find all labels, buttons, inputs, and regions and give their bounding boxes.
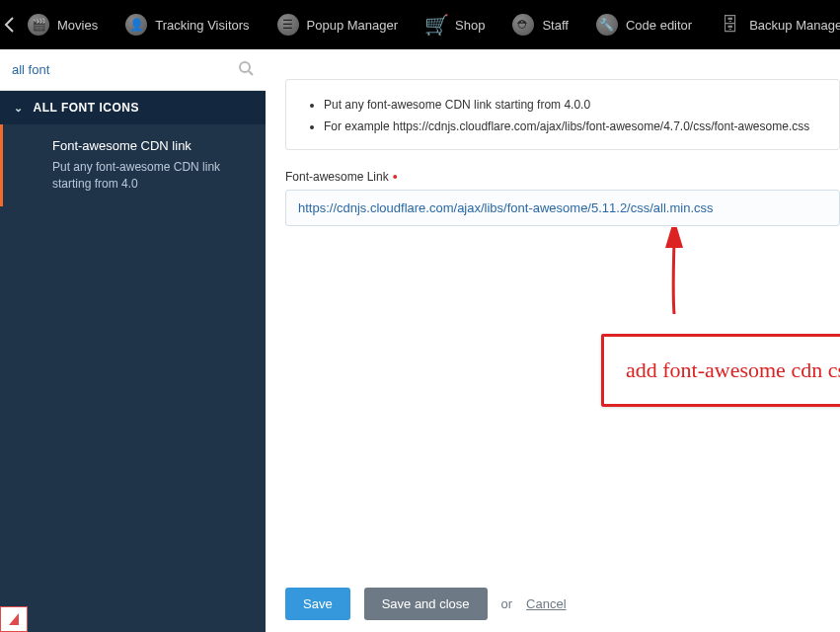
sidebar-footer-icon[interactable] (0, 606, 28, 632)
topbar-label: Popup Manager (307, 18, 399, 33)
sidebar: ⌄ ALL FONT ICONS Font-awesome CDN link P… (0, 49, 266, 632)
database-icon: 🗄 (720, 14, 741, 36)
required-indicator: • (393, 170, 398, 184)
info-box: Put any font-awesome CDN link starting f… (285, 79, 840, 150)
cancel-link[interactable]: Cancel (526, 596, 566, 611)
info-line: For example https://cdnjs.cloudflare.com… (324, 116, 819, 137)
field-label: Font-awesome Link • (285, 170, 840, 184)
topbar: 🎬 Movies 👤 Tracking Visitors ☰ Popup Man… (0, 0, 840, 49)
info-line: Put any font-awesome CDN link starting f… (324, 94, 819, 116)
or-text: or (501, 596, 513, 611)
topbar-item-popup-manager[interactable]: ☰ Popup Manager (264, 0, 413, 49)
search-row (0, 49, 266, 91)
annotation-text: add font-awesome cdn css and save it (626, 357, 840, 383)
save-and-close-button[interactable]: Save and close (364, 588, 488, 620)
sidebar-item-subtitle: Put any font-awesome CDN link starting f… (52, 159, 250, 193)
topbar-item-staff[interactable]: ⛑ Staff (498, 0, 582, 49)
topbar-label: Shop (455, 18, 485, 33)
topbar-label: Movies (57, 18, 98, 33)
annotation-arrow-icon (654, 227, 694, 322)
staff-icon: ⛑ (512, 14, 534, 36)
action-bar: Save Save and close or Cancel (285, 588, 840, 620)
sidebar-item-title: Font-awesome CDN link (52, 138, 250, 153)
annotation-callout: add font-awesome cdn css and save it (601, 334, 840, 407)
topbar-back-button[interactable] (4, 0, 14, 49)
save-button[interactable]: Save (285, 588, 350, 620)
topbar-item-movies[interactable]: 🎬 Movies (14, 0, 112, 49)
topbar-label: Staff (542, 18, 569, 33)
topbar-item-code-editor[interactable]: 🔧 Code editor (582, 0, 706, 49)
movies-icon: 🎬 (28, 14, 49, 36)
topbar-label: Backup Manager (749, 18, 840, 33)
topbar-label: Tracking Visitors (155, 18, 249, 33)
main-panel: Put any font-awesome CDN link starting f… (266, 49, 840, 632)
topbar-item-backup-manager[interactable]: 🗄 Backup Manager (706, 0, 840, 49)
svg-line-1 (249, 71, 253, 75)
field-label-text: Font-awesome Link (285, 170, 389, 184)
search-icon[interactable] (238, 60, 254, 79)
chevron-down-icon: ⌄ (14, 102, 24, 115)
cart-icon: 🛒 (425, 14, 447, 36)
topbar-label: Code editor (626, 18, 692, 33)
triangle-icon (9, 613, 19, 625)
section-all-font-icons[interactable]: ⌄ ALL FONT ICONS (0, 91, 266, 124)
topbar-item-tracking-visitors[interactable]: 👤 Tracking Visitors (112, 0, 263, 49)
section-title: ALL FONT ICONS (34, 101, 139, 115)
font-awesome-link-input[interactable] (285, 190, 840, 226)
popup-icon: ☰ (277, 14, 299, 36)
visitors-icon: 👤 (125, 14, 147, 36)
sidebar-item-font-awesome-cdn[interactable]: Font-awesome CDN link Put any font-aweso… (0, 124, 266, 206)
wrench-icon: 🔧 (596, 14, 618, 36)
topbar-item-shop[interactable]: 🛒 Shop (412, 0, 498, 49)
search-input[interactable] (12, 62, 232, 77)
svg-point-0 (240, 62, 250, 72)
